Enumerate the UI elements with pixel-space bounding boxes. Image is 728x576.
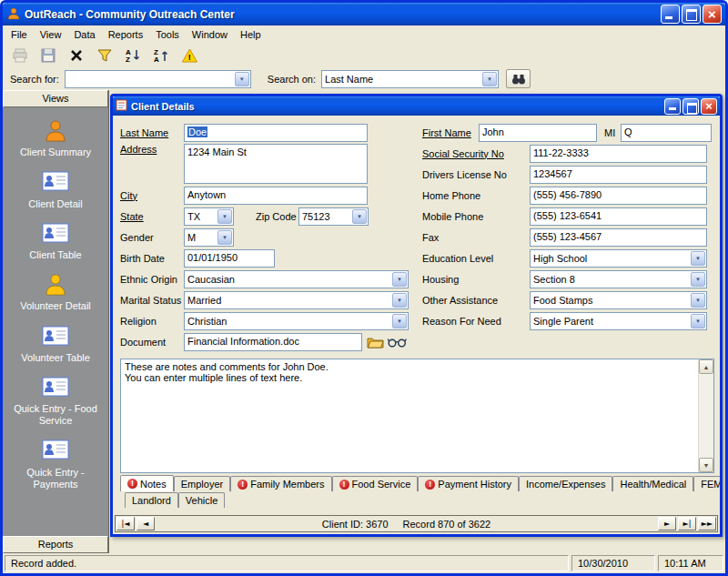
close-button[interactable] [703,5,722,24]
chevron-down-icon[interactable] [352,209,367,224]
view-document-icon[interactable] [388,337,407,348]
menu-view[interactable]: View [34,26,68,43]
chevron-down-icon[interactable] [217,209,232,224]
chevron-down-icon[interactable] [691,272,705,287]
record-info: Client ID: 3670 Record 870 of 3622 [157,519,656,530]
scroll-down-icon[interactable] [699,458,713,472]
birth-date-input[interactable]: 01/01/1950 [184,249,275,268]
filter-icon[interactable] [95,45,115,66]
marital-status-select[interactable]: Married [184,291,409,309]
tab-landlord[interactable]: Landlord [125,492,178,508]
home-phone-input[interactable]: (555) 456-7890 [530,187,707,205]
chevron-down-icon[interactable] [482,72,497,86]
tab-family-members[interactable]: Family Members [230,476,331,491]
chevron-down-icon[interactable] [392,293,407,308]
tab-food-service[interactable]: Food Service [332,476,419,491]
sidebar-item-volunteer-table[interactable]: Volunteer Table [3,324,108,364]
notes-textarea[interactable]: These are notes and comments for John Do… [120,359,714,473]
client-maximize-button[interactable] [682,98,699,115]
scroll-up-icon[interactable] [699,359,713,374]
religion-label: Religion [120,316,184,327]
first-record-button[interactable]: |◄ [116,517,135,531]
ethnic-origin-select[interactable]: Caucasian [184,270,409,288]
tab-row-1: Notes Employer Family Members Food Servi… [120,475,720,491]
alert-icon [127,479,137,489]
tab-payment-history[interactable]: Payment History [418,476,519,491]
reason-for-need-value: Single Parent [531,316,690,327]
new-record-button[interactable]: ►► [698,517,716,531]
alert-icon [339,480,349,490]
mi-input[interactable]: Q [621,124,712,142]
housing-select[interactable]: Section 8 [530,270,707,288]
next-record-button[interactable]: ► [658,517,676,531]
drivers-license-input[interactable]: 1234567 [530,166,707,184]
open-folder-icon[interactable] [367,336,384,349]
sidebar-item-volunteer-detail[interactable]: Volunteer Detail [3,272,108,312]
tab-notes[interactable]: Notes [120,475,174,491]
notes-area: These are notes and comments for John Do… [120,359,714,473]
tab-health-medical[interactable]: Health/Medical [612,476,693,491]
sort-descending-icon[interactable]: ZA [151,45,171,66]
reason-for-need-select[interactable]: Single Parent [530,312,707,330]
ssn-input[interactable]: 111-22-3333 [530,145,707,163]
address-input[interactable]: 1234 Main St [184,144,368,184]
menu-data[interactable]: Data [67,26,101,43]
tab-vehicle[interactable]: Vehicle [178,492,225,508]
sidebar-item-client-summary[interactable]: Client Summary [3,118,108,158]
views-header[interactable]: Views [3,90,108,107]
sidebar-item-client-table[interactable]: Client Table [3,221,108,261]
tab-fema[interactable]: FEMA [693,476,720,491]
field-row-marital-status: Marital Status Married [120,290,413,309]
notes-scrollbar[interactable] [698,359,713,472]
fax-input[interactable]: (555) 123-4567 [530,228,707,247]
last-name-label: Last Name [120,127,184,138]
chevron-down-icon[interactable] [392,314,407,328]
first-name-input[interactable]: John [479,124,597,142]
warning-icon[interactable]: ! [179,45,199,66]
menu-reports[interactable]: Reports [102,26,150,43]
client-close-button[interactable] [701,98,717,115]
chevron-down-icon[interactable] [691,251,705,266]
search-for-input[interactable] [65,70,251,88]
menu-help[interactable]: Help [234,26,268,43]
print-icon[interactable] [10,45,30,66]
chevron-down-icon[interactable] [392,272,407,287]
client-minimize-button[interactable] [664,98,681,115]
find-button[interactable] [506,69,531,88]
save-icon[interactable] [38,45,58,66]
other-assistance-select[interactable]: Food Stamps [530,291,707,309]
search-on-select[interactable]: Last Name [321,70,499,88]
chevron-down-icon[interactable] [691,293,705,308]
mobile-phone-input[interactable]: (555) 123-6541 [530,207,707,226]
religion-select[interactable]: Christian [184,312,409,330]
delete-icon[interactable] [66,45,86,66]
document-input[interactable]: Financial Information.doc [184,333,362,351]
document-label: Document [120,337,184,348]
workspace: Client Details Last Name Doe [109,90,725,553]
education-level-select[interactable]: High School [530,249,707,268]
sidebar-item-quick-entry-food-service[interactable]: Quick Entry - Food Service [3,375,108,428]
chevron-down-icon[interactable] [235,72,249,86]
sidebar-item-client-detail[interactable]: Client Detail [3,169,108,209]
reports-header[interactable]: Reports [3,536,108,553]
last-name-input[interactable]: Doe [184,124,368,142]
tab-income-expenses[interactable]: Income/Expenses [519,476,612,491]
city-input[interactable]: Anytown [184,187,368,205]
client-card-icon [42,375,69,401]
menu-window[interactable]: Window [186,26,234,43]
last-record-button[interactable]: ►| [678,517,696,531]
menu-file[interactable]: File [5,26,34,43]
sort-ascending-icon[interactable]: AZ [123,45,143,66]
menu-tools[interactable]: Tools [149,26,186,43]
sidebar-item-quick-entry-payments[interactable]: Quick Entry - Payments [3,438,108,490]
gender-select[interactable]: M [184,228,234,247]
zip-code-select[interactable]: 75123 [298,207,369,226]
previous-record-button[interactable]: ◄ [136,517,155,531]
tab-employer[interactable]: Employer [174,476,230,491]
chevron-down-icon[interactable] [217,230,232,245]
minimize-button[interactable] [661,5,680,24]
maximize-button[interactable] [682,5,701,24]
tab-label: Notes [140,479,167,490]
state-select[interactable]: TX [184,207,234,226]
chevron-down-icon[interactable] [691,314,705,328]
